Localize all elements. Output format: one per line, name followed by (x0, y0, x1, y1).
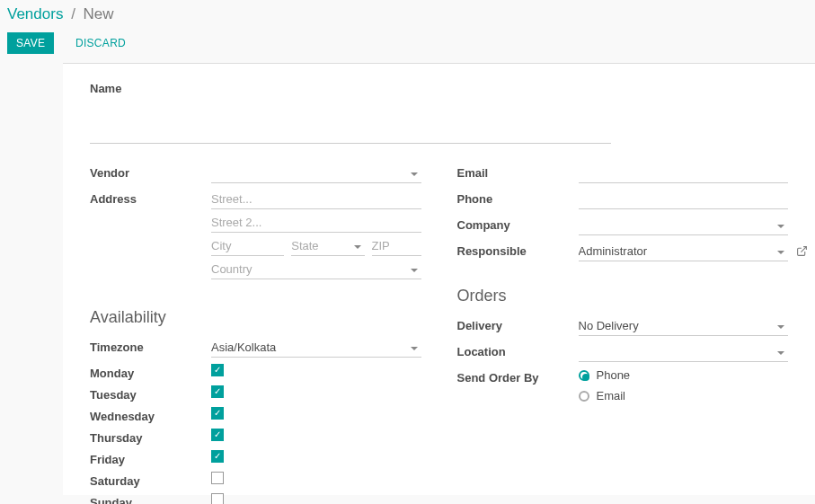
name-label: Name (90, 82, 788, 95)
day-label: Thursday (90, 429, 211, 445)
day-checkbox[interactable] (211, 450, 224, 463)
responsible-label: Responsible (457, 242, 579, 258)
external-link-icon[interactable] (796, 245, 808, 260)
day-checkbox[interactable] (211, 493, 224, 504)
vendor-select[interactable] (211, 164, 421, 183)
delivery-select[interactable] (579, 316, 789, 336)
send-order-radio[interactable] (579, 391, 589, 402)
svg-line-0 (801, 247, 806, 252)
day-label: Sunday (90, 493, 211, 504)
day-label: Monday (90, 364, 211, 380)
location-select[interactable] (579, 342, 789, 362)
vendor-label: Vendor (90, 164, 211, 180)
day-checkbox[interactable] (211, 472, 224, 484)
orders-heading: Orders (457, 287, 789, 305)
send-order-radio-label: Email (597, 389, 626, 402)
company-label: Company (457, 216, 579, 232)
timezone-label: Timezone (90, 338, 211, 354)
availability-heading: Availability (90, 308, 421, 327)
save-button[interactable]: SAVE (7, 32, 54, 54)
day-label: Saturday (90, 472, 211, 488)
breadcrumb: Vendors / New (0, 0, 815, 27)
send-order-by-label: Send Order By (457, 368, 579, 385)
discard-button[interactable]: DISCARD (66, 32, 135, 54)
day-checkbox[interactable] (211, 407, 224, 420)
email-input[interactable] (579, 164, 789, 183)
state-select[interactable] (291, 236, 364, 256)
day-label: Tuesday (90, 385, 211, 402)
timezone-select[interactable] (211, 338, 421, 358)
name-input[interactable] (90, 101, 611, 144)
address-label: Address (90, 190, 211, 206)
day-label: Wednesday (90, 407, 211, 423)
send-order-radio-label: Phone (597, 368, 631, 382)
zip-input[interactable] (372, 236, 421, 256)
form-sheet: Name Vendor Address (63, 63, 815, 495)
delivery-label: Delivery (457, 316, 579, 332)
day-checkbox[interactable] (211, 385, 224, 398)
city-input[interactable] (211, 236, 284, 256)
day-checkbox[interactable] (211, 429, 224, 441)
country-select[interactable] (211, 260, 421, 279)
phone-input[interactable] (579, 190, 789, 209)
breadcrumb-sep: / (71, 5, 75, 22)
day-label: Friday (90, 450, 211, 466)
company-select[interactable] (579, 216, 789, 235)
breadcrumb-root[interactable]: Vendors (7, 5, 63, 22)
action-bar: SAVE DISCARD (0, 27, 815, 63)
send-order-radio[interactable] (579, 370, 589, 381)
email-label: Email (457, 164, 579, 180)
location-label: Location (457, 342, 579, 358)
day-checkbox[interactable] (211, 364, 224, 376)
responsible-select[interactable] (579, 242, 789, 261)
street-input[interactable] (211, 190, 421, 209)
street2-input[interactable] (211, 213, 421, 233)
phone-label: Phone (457, 190, 579, 206)
breadcrumb-current: New (84, 5, 114, 22)
